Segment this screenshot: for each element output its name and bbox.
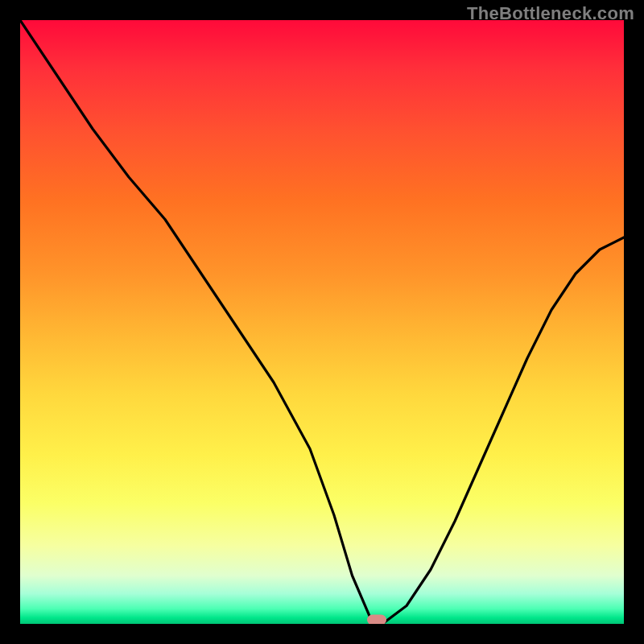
curve-path bbox=[20, 20, 624, 624]
chart-frame: TheBottleneck.com bbox=[0, 0, 644, 644]
bottleneck-curve bbox=[20, 20, 624, 624]
plot-area bbox=[20, 20, 624, 624]
watermark-text: TheBottleneck.com bbox=[467, 3, 634, 24]
optimal-point-marker bbox=[367, 615, 386, 625]
